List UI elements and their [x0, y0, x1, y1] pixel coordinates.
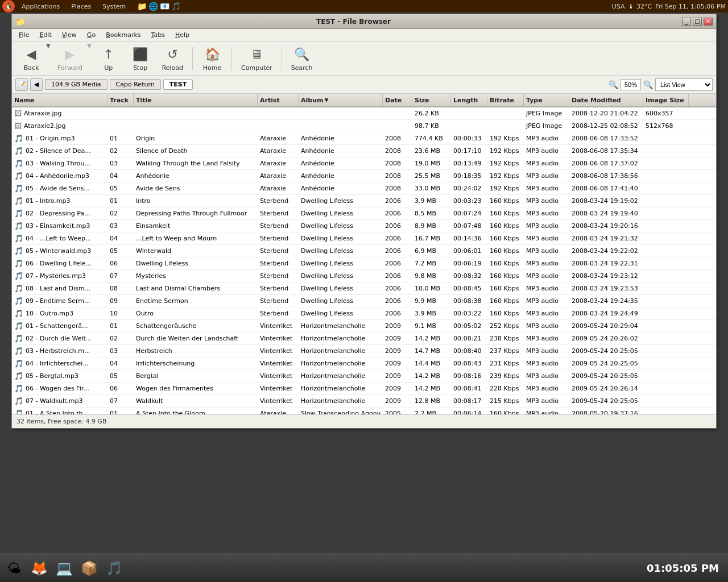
zoom-out-button[interactable]: 🔍 — [609, 80, 618, 89]
col-header-datemod[interactable]: Date Modified — [569, 94, 643, 106]
col-header-length[interactable]: Length — [451, 94, 487, 106]
cell-imgsize — [643, 345, 689, 357]
forward-arrow[interactable]: ▼ — [87, 43, 92, 49]
col-header-artist[interactable]: Artist — [258, 94, 299, 106]
breadcrumb-capo[interactable]: Capo Return — [110, 79, 161, 90]
zoom-in-button[interactable]: 🔍 — [643, 80, 653, 89]
col-header-track[interactable]: Track — [107, 94, 134, 106]
col-header-imgsize[interactable]: Image Size — [643, 94, 689, 106]
table-row[interactable]: 🎵 06 - Dwelling Lifele... 06 Dwelling Li… — [12, 257, 716, 270]
applications-menu[interactable]: Applications — [17, 2, 64, 11]
cell-size: 14.2 MB — [412, 383, 451, 394]
cell-bitrate: 160 Kbps — [487, 195, 524, 207]
up-button[interactable]: ↑ Up — [94, 43, 123, 74]
table-row[interactable]: 🎵 05 - Winterwald.mp3 05 Winterwald Ster… — [12, 245, 716, 257]
cell-date: 2009 — [383, 395, 412, 407]
cell-album: Dwelling Lifeless — [299, 220, 383, 232]
location-back-button[interactable]: ◀ — [30, 78, 43, 91]
view-menu[interactable]: View — [57, 30, 81, 40]
view-selector[interactable]: List View Icon View Compact View — [655, 78, 713, 91]
back-button[interactable]: ◀ Back — [16, 43, 46, 74]
table-row[interactable]: 🎵 04 - Irrlichterschei... 04 Irrlichters… — [12, 357, 716, 370]
taskbar-terminal-icon[interactable]: 💻 — [53, 558, 75, 579]
mp3-file-icon: 🎵 — [14, 284, 23, 293]
table-row[interactable]: 🎵 08 - Last and Dism... 08 Last and Dism… — [12, 282, 716, 295]
table-row[interactable]: 🎵 03 - Herbstreich.m... 03 Herbstreich V… — [12, 345, 716, 357]
file-menu[interactable]: File — [14, 30, 34, 40]
table-row[interactable]: 🎵 01 - Intro.mp3 01 Intro Sterbend Dwell… — [12, 195, 716, 207]
table-row[interactable]: 🎵 10 - Outro.mp3 10 Outro Sterbend Dwell… — [12, 307, 716, 320]
taskbar-icon-2[interactable]: 🌐 — [148, 2, 158, 11]
cell-date: 2008 — [383, 182, 412, 194]
table-row[interactable]: 🖼 Ataraxie.jpg 26.2 KB JPEG Image 2008-1… — [12, 107, 716, 120]
table-row[interactable]: 🎵 07 - Mysteries.mp3 07 Mysteries Sterbe… — [12, 270, 716, 282]
help-menu[interactable]: Help — [171, 30, 194, 40]
table-row[interactable]: 🎵 01 - Origin.mp3 01 Origin Ataraxie Anh… — [12, 132, 716, 145]
col-header-name[interactable]: Name — [12, 94, 107, 106]
cell-type: JPEG Image — [524, 107, 569, 119]
table-row[interactable]: 🎵 05 - Bergtal.mp3 05 Bergtal Vinterrike… — [12, 370, 716, 383]
taskbar-files-icon[interactable]: 📦 — [78, 558, 100, 579]
cell-length: 00:08:45 — [451, 282, 487, 294]
cell-type: MP3 audio — [524, 195, 569, 207]
table-row[interactable]: 🎵 09 - Endtime Serm... 09 Endtime Sermon… — [12, 295, 716, 307]
table-row[interactable]: 🎵 03 - Walking Throu... 03 Walking Throu… — [12, 157, 716, 170]
cell-title: Anhédonie — [134, 170, 258, 182]
edit-menu[interactable]: Edit — [35, 30, 56, 40]
search-button[interactable]: 🔍 Search — [287, 43, 317, 74]
col-header-title[interactable]: Title — [134, 94, 258, 106]
table-row[interactable]: 🎵 02 - Silence of Dea... 02 Silence of D… — [12, 145, 716, 157]
table-row[interactable]: 🎵 05 - Avide de Sens... 05 Avide de Sens… — [12, 182, 716, 195]
status-bar: 32 items, Free space: 4.9 GB — [12, 414, 716, 428]
system-menu[interactable]: System — [98, 2, 130, 11]
cell-artist: Vinterriket — [258, 357, 299, 369]
cell-track — [107, 120, 134, 132]
col-header-bitrate[interactable]: Bitrate — [487, 94, 524, 106]
breadcrumb-test[interactable]: TEST — [163, 79, 193, 90]
forward-button[interactable]: ▶ Forward — [53, 43, 87, 74]
table-row[interactable]: 🎵 03 - Einsamkeit.mp3 03 Einsamkeit Ster… — [12, 220, 716, 232]
taskbar-icon-1[interactable]: 📁 — [137, 2, 147, 11]
table-row[interactable]: 🎵 06 - Wogen des Fir... 06 Wogen des Fir… — [12, 383, 716, 395]
table-row[interactable]: 🎵 04 - Anhédonie.mp3 04 Anhédonie Atarax… — [12, 170, 716, 182]
table-row[interactable]: 🖼 Ataraxie2.jpg 98.7 KB JPEG Image 2008-… — [12, 120, 716, 132]
taskbar-browser-icon[interactable]: 🦊 — [28, 558, 50, 579]
ubuntu-logo-icon[interactable]: 🐧 — [2, 0, 15, 13]
close-button[interactable]: ✕ — [704, 18, 713, 26]
taskbar-weather-icon[interactable]: 🌤 — [3, 558, 25, 579]
computer-label: Computer — [241, 64, 272, 72]
tabs-menu[interactable]: Tabs — [147, 30, 169, 40]
places-menu[interactable]: Places — [67, 2, 96, 11]
col-header-type[interactable]: Type — [524, 94, 569, 106]
reload-icon: ↺ — [163, 45, 181, 63]
cell-album: Anhédonie — [299, 170, 383, 182]
cell-type: MP3 audio — [524, 320, 569, 332]
taskbar-icon-3[interactable]: 📧 — [160, 2, 169, 11]
col-header-size[interactable]: Size — [412, 94, 451, 106]
stop-button[interactable]: ⬛ Stop — [126, 43, 155, 74]
cell-imgsize — [643, 257, 689, 269]
table-row[interactable]: 🎵 02 - Depressing Pa... 02 Depressing Pa… — [12, 207, 716, 220]
table-row[interactable]: 🎵 04 - ...Left to Weep... 04 ...Left to … — [12, 232, 716, 245]
reload-button[interactable]: ↺ Reload — [158, 43, 188, 74]
minimize-button[interactable]: _ — [682, 18, 691, 26]
go-menu[interactable]: Go — [82, 30, 100, 40]
table-row[interactable]: 🎵 01 - Schattengerä... 01 Schattengeräus… — [12, 320, 716, 332]
cell-album: Horizontmelancholie — [299, 320, 383, 332]
bookmarks-menu[interactable]: Bookmarks — [101, 30, 145, 40]
taskbar-extra-icon[interactable]: 🎵 — [104, 558, 125, 579]
cell-date: 2006 — [383, 257, 412, 269]
table-row[interactable]: 🎵 07 - Waldkult.mp3 07 Waldkult Vinterri… — [12, 395, 716, 408]
zoom-input[interactable] — [621, 79, 641, 90]
location-toggle-button[interactable]: 📝 — [15, 78, 28, 91]
col-header-album[interactable]: Album ▼ — [299, 94, 383, 106]
computer-button[interactable]: 🖥 Computer — [237, 43, 277, 74]
back-arrow[interactable]: ▼ — [46, 43, 51, 49]
home-button[interactable]: 🏠 Home — [197, 43, 227, 74]
table-row[interactable]: 🎵 01 - A Step Into th... 01 A Step Into … — [12, 408, 716, 414]
breadcrumb-media[interactable]: 104.9 GB Media — [45, 79, 107, 90]
maximize-button[interactable]: □ — [693, 18, 702, 26]
table-row[interactable]: 🎵 02 - Durch die Weit... 02 Durch die We… — [12, 332, 716, 345]
taskbar-icon-4[interactable]: 🎵 — [171, 2, 181, 11]
col-header-date[interactable]: Date — [383, 94, 412, 106]
